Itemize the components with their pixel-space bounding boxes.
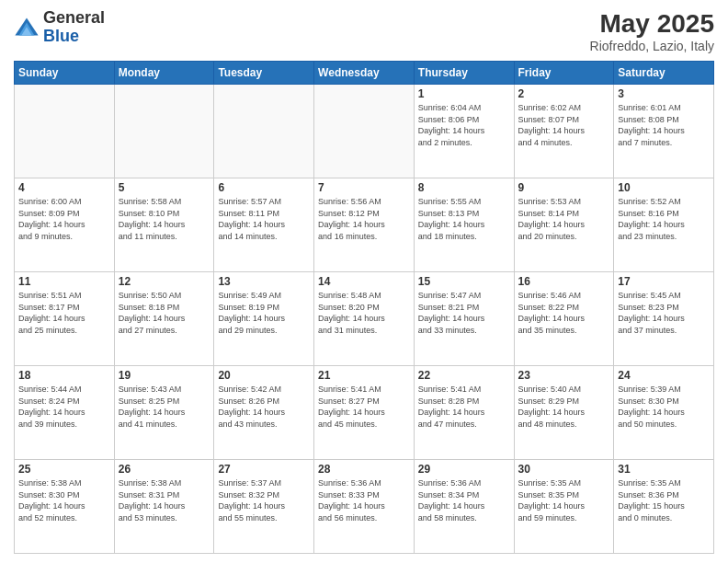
header-monday: Monday: [114, 62, 214, 85]
header-saturday: Saturday: [614, 62, 714, 85]
calendar-cell: 7Sunrise: 5:56 AM Sunset: 8:12 PM Daylig…: [314, 178, 415, 272]
day-info: Sunrise: 6:00 AM Sunset: 8:09 PM Dayligh…: [18, 196, 110, 242]
calendar-cell: 19Sunrise: 5:43 AM Sunset: 8:25 PM Dayli…: [114, 366, 214, 460]
header-wednesday: Wednesday: [314, 62, 415, 85]
day-info: Sunrise: 5:35 AM Sunset: 8:36 PM Dayligh…: [618, 477, 710, 523]
calendar-cell: 24Sunrise: 5:39 AM Sunset: 8:30 PM Dayli…: [614, 366, 714, 460]
calendar-cell: 14Sunrise: 5:48 AM Sunset: 8:20 PM Dayli…: [314, 272, 415, 366]
day-number: 18: [18, 369, 110, 382]
calendar-cell: 2Sunrise: 6:02 AM Sunset: 8:07 PM Daylig…: [514, 85, 614, 178]
day-number: 19: [119, 369, 210, 382]
day-info: Sunrise: 5:48 AM Sunset: 8:20 PM Dayligh…: [318, 290, 410, 336]
day-info: Sunrise: 5:58 AM Sunset: 8:10 PM Dayligh…: [119, 196, 210, 242]
week-row-1: 4Sunrise: 6:00 AM Sunset: 8:09 PM Daylig…: [15, 178, 714, 272]
day-info: Sunrise: 5:44 AM Sunset: 8:24 PM Dayligh…: [18, 384, 110, 430]
calendar-cell: 16Sunrise: 5:46 AM Sunset: 8:22 PM Dayli…: [514, 272, 614, 366]
week-row-3: 18Sunrise: 5:44 AM Sunset: 8:24 PM Dayli…: [15, 366, 714, 460]
day-info: Sunrise: 5:57 AM Sunset: 8:11 PM Dayligh…: [218, 196, 310, 242]
calendar-cell: 21Sunrise: 5:41 AM Sunset: 8:27 PM Dayli…: [314, 366, 415, 460]
day-info: Sunrise: 5:38 AM Sunset: 8:31 PM Dayligh…: [119, 477, 210, 523]
calendar-cell: [314, 85, 415, 178]
day-info: Sunrise: 6:02 AM Sunset: 8:07 PM Dayligh…: [518, 102, 610, 148]
day-number: 12: [119, 275, 210, 288]
header-sunday: Sunday: [15, 62, 115, 85]
day-number: 5: [119, 181, 210, 194]
header: General Blue May 2025 Riofreddo, Lazio, …: [14, 9, 714, 53]
day-info: Sunrise: 5:41 AM Sunset: 8:28 PM Dayligh…: [418, 384, 510, 430]
day-number: 2: [518, 87, 610, 100]
day-number: 7: [318, 181, 410, 194]
calendar-cell: 18Sunrise: 5:44 AM Sunset: 8:24 PM Dayli…: [15, 366, 115, 460]
day-info: Sunrise: 6:01 AM Sunset: 8:08 PM Dayligh…: [618, 102, 710, 148]
day-number: 24: [618, 369, 710, 382]
day-number: 1: [418, 87, 510, 100]
day-number: 29: [418, 463, 510, 476]
day-info: Sunrise: 5:43 AM Sunset: 8:25 PM Dayligh…: [119, 384, 210, 430]
calendar-cell: 5Sunrise: 5:58 AM Sunset: 8:10 PM Daylig…: [114, 178, 214, 272]
day-number: 9: [518, 181, 610, 194]
calendar-cell: 31Sunrise: 5:35 AM Sunset: 8:36 PM Dayli…: [614, 460, 714, 554]
calendar-cell: 28Sunrise: 5:36 AM Sunset: 8:33 PM Dayli…: [314, 460, 415, 554]
day-info: Sunrise: 5:53 AM Sunset: 8:14 PM Dayligh…: [518, 196, 610, 242]
calendar-cell: [15, 85, 115, 178]
calendar-cell: 12Sunrise: 5:50 AM Sunset: 8:18 PM Dayli…: [114, 272, 214, 366]
header-friday: Friday: [514, 62, 614, 85]
day-info: Sunrise: 5:36 AM Sunset: 8:34 PM Dayligh…: [418, 477, 510, 523]
calendar-cell: 22Sunrise: 5:41 AM Sunset: 8:28 PM Dayli…: [414, 366, 514, 460]
logo-text: General Blue: [43, 9, 105, 46]
calendar-cell: 11Sunrise: 5:51 AM Sunset: 8:17 PM Dayli…: [15, 272, 115, 366]
day-info: Sunrise: 5:50 AM Sunset: 8:18 PM Dayligh…: [119, 290, 210, 336]
day-number: 11: [18, 275, 110, 288]
day-number: 28: [318, 463, 410, 476]
day-number: 25: [18, 463, 110, 476]
logo-icon: [14, 15, 40, 40]
day-number: 13: [218, 275, 310, 288]
calendar-cell: 15Sunrise: 5:47 AM Sunset: 8:21 PM Dayli…: [414, 272, 514, 366]
calendar-cell: 13Sunrise: 5:49 AM Sunset: 8:19 PM Dayli…: [214, 272, 314, 366]
day-number: 27: [218, 463, 310, 476]
day-number: 6: [218, 181, 310, 194]
day-info: Sunrise: 5:52 AM Sunset: 8:16 PM Dayligh…: [618, 196, 710, 242]
day-info: Sunrise: 5:41 AM Sunset: 8:27 PM Dayligh…: [318, 384, 410, 430]
logo-general: General: [43, 8, 105, 27]
day-info: Sunrise: 5:38 AM Sunset: 8:30 PM Dayligh…: [18, 477, 110, 523]
day-number: 23: [518, 369, 610, 382]
day-number: 3: [618, 87, 710, 100]
day-number: 15: [418, 275, 510, 288]
day-number: 10: [618, 181, 710, 194]
day-number: 14: [318, 275, 410, 288]
calendar-cell: 4Sunrise: 6:00 AM Sunset: 8:09 PM Daylig…: [15, 178, 115, 272]
calendar-cell: 20Sunrise: 5:42 AM Sunset: 8:26 PM Dayli…: [214, 366, 314, 460]
day-number: 4: [18, 181, 110, 194]
day-number: 21: [318, 369, 410, 382]
day-number: 22: [418, 369, 510, 382]
calendar-cell: 8Sunrise: 5:55 AM Sunset: 8:13 PM Daylig…: [414, 178, 514, 272]
day-number: 30: [518, 463, 610, 476]
week-row-2: 11Sunrise: 5:51 AM Sunset: 8:17 PM Dayli…: [15, 272, 714, 366]
calendar: Sunday Monday Tuesday Wednesday Thursday…: [14, 61, 714, 554]
calendar-cell: 10Sunrise: 5:52 AM Sunset: 8:16 PM Dayli…: [614, 178, 714, 272]
calendar-cell: [214, 85, 314, 178]
calendar-cell: 3Sunrise: 6:01 AM Sunset: 8:08 PM Daylig…: [614, 85, 714, 178]
day-info: Sunrise: 5:55 AM Sunset: 8:13 PM Dayligh…: [418, 196, 510, 242]
day-number: 16: [518, 275, 610, 288]
calendar-cell: 6Sunrise: 5:57 AM Sunset: 8:11 PM Daylig…: [214, 178, 314, 272]
header-tuesday: Tuesday: [214, 62, 314, 85]
header-row: Sunday Monday Tuesday Wednesday Thursday…: [15, 62, 714, 85]
day-number: 20: [218, 369, 310, 382]
calendar-cell: 30Sunrise: 5:35 AM Sunset: 8:35 PM Dayli…: [514, 460, 614, 554]
day-info: Sunrise: 5:40 AM Sunset: 8:29 PM Dayligh…: [518, 384, 610, 430]
day-number: 31: [618, 463, 710, 476]
day-info: Sunrise: 5:35 AM Sunset: 8:35 PM Dayligh…: [518, 477, 610, 523]
title-block: May 2025 Riofreddo, Lazio, Italy: [590, 9, 714, 53]
day-info: Sunrise: 5:51 AM Sunset: 8:17 PM Dayligh…: [18, 290, 110, 336]
day-number: 26: [119, 463, 210, 476]
calendar-cell: [114, 85, 214, 178]
header-thursday: Thursday: [414, 62, 514, 85]
location: Riofreddo, Lazio, Italy: [590, 39, 714, 53]
logo-blue: Blue: [43, 27, 79, 45]
calendar-cell: 29Sunrise: 5:36 AM Sunset: 8:34 PM Dayli…: [414, 460, 514, 554]
day-info: Sunrise: 5:37 AM Sunset: 8:32 PM Dayligh…: [218, 477, 310, 523]
month-title: May 2025: [590, 9, 714, 39]
week-row-4: 25Sunrise: 5:38 AM Sunset: 8:30 PM Dayli…: [15, 460, 714, 554]
